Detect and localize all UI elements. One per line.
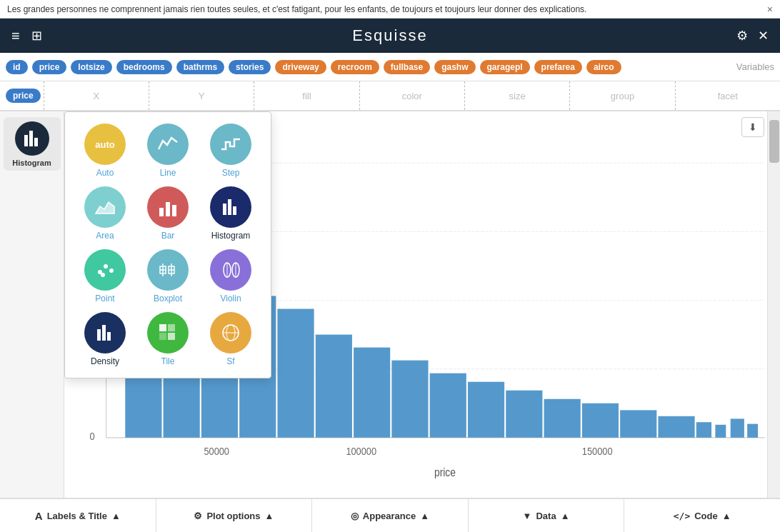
- chart-type-line[interactable]: Line: [139, 124, 196, 178]
- grid-icon[interactable]: ⊞: [31, 28, 42, 44]
- chart-scrollbar[interactable]: [767, 111, 780, 498]
- svg-rect-14: [316, 335, 352, 438]
- svg-rect-39: [233, 206, 236, 215]
- tab-data[interactable]: ▼ Data ▲: [469, 499, 625, 532]
- settings-icon[interactable]: ⚙: [736, 28, 748, 44]
- svg-rect-56: [107, 332, 111, 341]
- sf-label: Sf: [226, 356, 234, 366]
- svg-text:150000: 150000: [582, 446, 613, 457]
- labels-title-label: Labels & Title: [47, 511, 107, 521]
- var-tag-price[interactable]: price: [32, 60, 67, 74]
- svg-rect-59: [159, 333, 166, 340]
- close-icon[interactable]: ✕: [758, 28, 769, 44]
- chart-type-step[interactable]: Step: [202, 124, 259, 178]
- svg-rect-37: [223, 204, 226, 215]
- plot-options-icon: ⚙: [194, 511, 202, 521]
- mapping-slot-x[interactable]: X: [44, 81, 149, 110]
- main-area: Histogram ⬇: [0, 111, 780, 498]
- var-tag-garagepl[interactable]: garagepl: [480, 60, 530, 74]
- var-tag-driveway[interactable]: driveway: [275, 60, 326, 74]
- svg-rect-26: [731, 418, 744, 437]
- code-icon: </>: [674, 511, 690, 521]
- mapping-slot-y[interactable]: Y: [149, 81, 254, 110]
- chart-type-violin[interactable]: Violin: [202, 249, 259, 303]
- scrollbar-thumb[interactable]: [769, 120, 779, 163]
- svg-rect-38: [228, 199, 231, 215]
- appearance-icon: ◎: [351, 511, 359, 521]
- violin-label: Violin: [220, 293, 241, 303]
- banner-close-button[interactable]: ×: [767, 4, 773, 15]
- var-tag-bathrms[interactable]: bathrms: [176, 60, 224, 74]
- area-icon: [84, 186, 126, 228]
- histogram-dropdown-label: Histogram: [211, 231, 251, 241]
- var-tag-recroom[interactable]: recroom: [331, 60, 379, 74]
- var-tag-prefarea[interactable]: prefarea: [534, 60, 582, 74]
- density-icon: [84, 312, 126, 353]
- step-icon: [210, 124, 251, 165]
- chart-area: ⬇: [64, 111, 780, 498]
- svg-rect-16: [391, 361, 428, 438]
- mapping-slot-facet[interactable]: facet: [675, 81, 780, 110]
- svg-rect-0: [24, 135, 28, 146]
- chart-type-histogram[interactable]: Histogram: [202, 186, 259, 241]
- header: ≡ ⊞ Esquisse ⚙ ✕: [0, 19, 780, 53]
- chart-type-area[interactable]: Area: [76, 186, 134, 241]
- download-button[interactable]: ⬇: [741, 117, 764, 137]
- mapping-slot-fill[interactable]: fill: [254, 81, 359, 110]
- mapping-slot-color[interactable]: color: [359, 81, 464, 110]
- bar-label: Bar: [161, 231, 175, 241]
- svg-rect-21: [582, 403, 619, 438]
- tab-appearance[interactable]: ◎ Appearance ▲: [312, 499, 469, 532]
- tab-labels-title[interactable]: A Labels & Title ▲: [0, 499, 156, 532]
- chart-type-point[interactable]: Point: [76, 249, 134, 303]
- var-tag-fullbase[interactable]: fullbase: [384, 60, 430, 74]
- svg-rect-55: [102, 325, 106, 341]
- var-tag-stories[interactable]: stories: [229, 60, 271, 74]
- sidebar-chart-type-button[interactable]: Histogram: [4, 117, 61, 171]
- var-tag-gashw[interactable]: gashw: [434, 60, 475, 74]
- svg-text:50000: 50000: [204, 446, 229, 457]
- bar-icon: [147, 186, 189, 228]
- appearance-label: Appearance: [363, 511, 416, 521]
- chart-type-sf[interactable]: Sf: [202, 312, 259, 366]
- var-tag-airco[interactable]: airco: [586, 60, 621, 74]
- variables-label: Variables: [736, 61, 774, 72]
- svg-text:100000: 100000: [346, 446, 376, 457]
- histogram-dropdown-icon: [210, 186, 251, 228]
- tile-icon: [147, 312, 189, 353]
- mapping-active-var[interactable]: price: [6, 89, 41, 103]
- density-label: Density: [91, 356, 119, 366]
- chart-type-tile[interactable]: Tile: [139, 312, 196, 366]
- svg-point-43: [101, 273, 105, 277]
- mapping-slot-group[interactable]: group: [569, 81, 674, 110]
- plot-options-arrow-icon: ▲: [265, 511, 274, 521]
- violin-icon: [210, 249, 251, 291]
- var-tag-lotsize[interactable]: lotsize: [71, 60, 111, 74]
- banner-text: Les grandes personnes ne comprennent jam…: [7, 4, 586, 14]
- chart-type-boxplot[interactable]: Boxplot: [139, 249, 196, 303]
- svg-text:price: price: [434, 466, 456, 478]
- chart-type-auto[interactable]: auto Auto: [76, 124, 134, 178]
- plot-options-label: Plot options: [206, 511, 260, 521]
- svg-point-41: [104, 264, 108, 268]
- chart-type-density[interactable]: Density: [76, 312, 134, 366]
- svg-rect-57: [159, 324, 166, 331]
- variables-bar: id price lotsize bedrooms bathrms storie…: [0, 53, 780, 81]
- tab-code[interactable]: </> Code ▲: [624, 499, 780, 532]
- chart-type-dropdown: auto Auto Line Step: [64, 111, 271, 378]
- svg-rect-35: [166, 202, 170, 216]
- boxplot-icon: [147, 249, 189, 291]
- step-label: Step: [222, 168, 240, 178]
- hamburger-icon[interactable]: ≡: [11, 28, 20, 44]
- mapping-row: price X Y fill color size group facet: [0, 81, 780, 111]
- data-label: Data: [536, 511, 556, 521]
- var-tag-bedrooms[interactable]: bedrooms: [116, 60, 172, 74]
- var-tag-id[interactable]: id: [6, 60, 28, 74]
- data-filter-icon: ▼: [523, 511, 532, 521]
- svg-rect-58: [168, 324, 175, 331]
- tab-plot-options[interactable]: ⚙ Plot options ▲: [156, 499, 313, 532]
- chart-type-bar[interactable]: Bar: [139, 186, 196, 241]
- mapping-slot-size[interactable]: size: [464, 81, 569, 110]
- header-right: ⚙ ✕: [736, 28, 769, 44]
- app-title: Esquisse: [352, 26, 427, 45]
